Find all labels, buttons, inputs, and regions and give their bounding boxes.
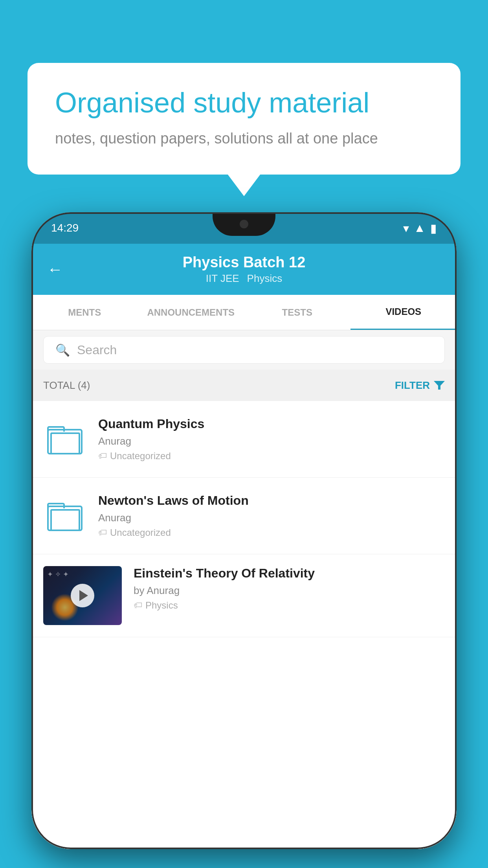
video-info: Einstein's Theory Of Relativity by Anura…	[134, 566, 445, 611]
tab-bar: MENTS ANNOUNCEMENTS TESTS VIDEOS	[31, 295, 457, 330]
tag-icon: 🏷	[98, 451, 107, 461]
search-icon: 🔍	[55, 343, 70, 357]
total-count-label: TOTAL (4)	[43, 379, 90, 392]
tab-ments[interactable]: MENTS	[31, 295, 138, 330]
subtitle-physics: Physics	[247, 272, 283, 285]
video-title: Quantum Physics	[98, 417, 445, 431]
folder-icon-wrap	[43, 494, 86, 537]
filter-bar: TOTAL (4) FILTER	[31, 370, 457, 401]
video-author: by Anurag	[134, 585, 445, 597]
video-author: Anurag	[98, 512, 445, 524]
svg-marker-0	[434, 381, 445, 390]
list-item[interactable]: Quantum Physics Anurag 🏷 Uncategorized	[31, 401, 457, 478]
folder-front	[50, 432, 80, 454]
video-tag: 🏷 Physics	[134, 600, 445, 611]
list-item[interactable]: Einstein's Theory Of Relativity by Anura…	[31, 554, 457, 637]
video-author: Anurag	[98, 435, 445, 447]
video-tag: 🏷 Uncategorized	[98, 451, 445, 462]
folder-front	[50, 509, 80, 531]
list-item[interactable]: Newton's Laws of Motion Anurag 🏷 Uncateg…	[31, 478, 457, 554]
tag-icon: 🏷	[98, 528, 107, 538]
tab-videos[interactable]: VIDEOS	[350, 295, 457, 330]
content-area: Quantum Physics Anurag 🏷 Uncategorized	[31, 401, 457, 849]
search-bar: 🔍 Search	[31, 330, 457, 370]
tab-announcements[interactable]: ANNOUNCEMENTS	[138, 295, 244, 330]
phone-notch	[213, 212, 275, 236]
page-title: Physics Batch 12	[183, 254, 306, 271]
video-tag: 🏷 Uncategorized	[98, 527, 445, 538]
header-subtitle: IIT JEE Physics	[183, 272, 306, 285]
tag-label: Uncategorized	[110, 451, 171, 462]
signal-icon: ▲	[414, 221, 426, 235]
tag-label: Physics	[145, 600, 178, 611]
tab-tests[interactable]: TESTS	[244, 295, 350, 330]
play-button[interactable]	[71, 584, 94, 607]
video-info: Newton's Laws of Motion Anurag 🏷 Uncateg…	[98, 493, 445, 538]
speech-bubble-subtext: notes, question papers, solutions all at…	[55, 130, 433, 147]
video-title: Newton's Laws of Motion	[98, 493, 445, 508]
tag-icon: 🏷	[134, 600, 142, 611]
speech-bubble: Organised study material notes, question…	[28, 63, 460, 175]
status-bar: 14:29 ▾ ▲ ▮	[31, 212, 457, 244]
filter-funnel-icon	[434, 381, 445, 390]
video-info: Quantum Physics Anurag 🏷 Uncategorized	[98, 417, 445, 462]
search-placeholder: Search	[77, 343, 117, 357]
speech-bubble-heading: Organised study material	[55, 86, 433, 119]
status-icons: ▾ ▲ ▮	[403, 221, 437, 235]
camera	[240, 220, 248, 228]
phone-frame: 14:29 ▾ ▲ ▮ ← Physics Batch 12 IIT JEE	[31, 212, 457, 849]
play-icon	[79, 590, 88, 601]
folder-icon-wrap	[43, 417, 86, 461]
back-button[interactable]: ←	[47, 261, 63, 278]
tag-label: Uncategorized	[110, 527, 171, 538]
status-time: 14:29	[51, 222, 79, 234]
folder-icon	[47, 500, 83, 531]
phone-container: 14:29 ▾ ▲ ▮ ← Physics Batch 12 IIT JEE	[31, 212, 457, 868]
folder-icon	[47, 424, 83, 454]
phone-screen: 14:29 ▾ ▲ ▮ ← Physics Batch 12 IIT JEE	[31, 212, 457, 849]
video-thumbnail	[43, 566, 122, 625]
wifi-icon: ▾	[403, 221, 409, 235]
video-title: Einstein's Theory Of Relativity	[134, 566, 445, 581]
header-title-wrap: Physics Batch 12 IIT JEE Physics	[183, 254, 306, 285]
filter-label: FILTER	[395, 379, 430, 392]
filter-button[interactable]: FILTER	[395, 379, 445, 392]
battery-icon: ▮	[430, 221, 437, 235]
search-input-wrap[interactable]: 🔍 Search	[43, 336, 445, 364]
app-header: ← Physics Batch 12 IIT JEE Physics	[31, 244, 457, 295]
subtitle-iitjee: IIT JEE	[206, 272, 239, 285]
